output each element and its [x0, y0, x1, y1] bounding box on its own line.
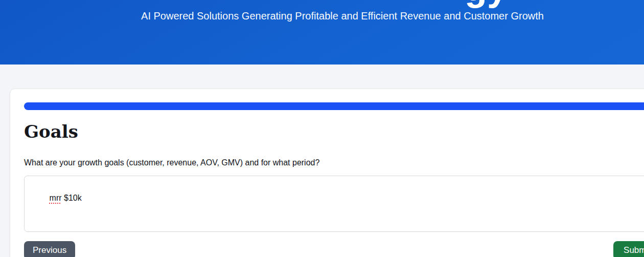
- answer-text: $10k: [62, 194, 82, 202]
- button-row: Previous Submit: [24, 241, 644, 257]
- question-label: What are your growth goals (customer, re…: [24, 158, 644, 168]
- hero-subtitle: AI Powered Solutions Generating Profitab…: [0, 10, 644, 22]
- progress-bar: [24, 102, 644, 110]
- page: gy AI Powered Solutions Generating Profi…: [0, 0, 644, 257]
- submit-button[interactable]: Submit: [613, 241, 644, 257]
- section-title: Goals: [24, 123, 644, 140]
- previous-button[interactable]: Previous: [24, 241, 75, 257]
- hero-header: gy AI Powered Solutions Generating Profi…: [0, 0, 644, 65]
- answer-misspelled-word: mrr: [50, 194, 62, 202]
- form-card: Goals What are your growth goals (custom…: [10, 89, 644, 257]
- main-content: Goals What are your growth goals (custom…: [0, 65, 644, 257]
- hero-title-fragment: gy: [465, 0, 508, 6]
- goals-textarea[interactable]: mrr $10k: [24, 176, 644, 232]
